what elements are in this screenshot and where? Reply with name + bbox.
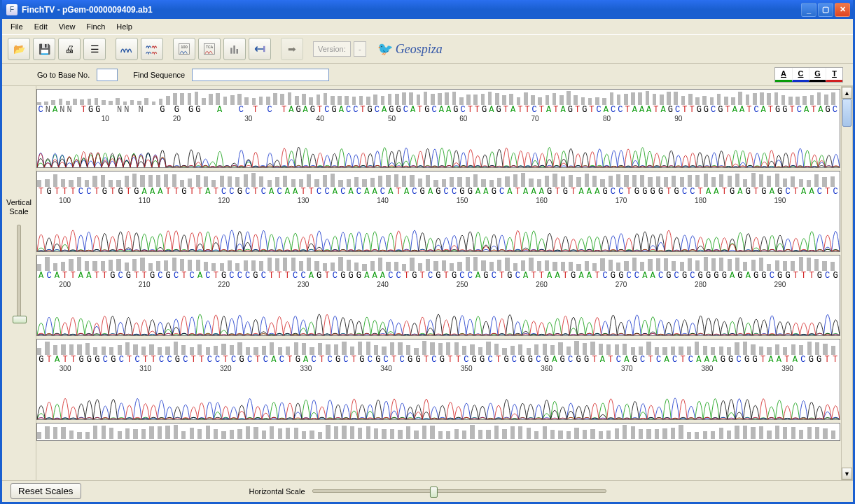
wave-multi-icon	[145, 42, 159, 56]
trace-plot	[37, 374, 840, 419]
floppy-disk-icon: 💾	[39, 43, 50, 55]
chromatogram-viewport[interactable]: CNANN TGG NN N G G GG A C T C TAGAGTCGAC…	[36, 89, 840, 480]
scaled-icon: 100	[177, 42, 191, 56]
quality-bars	[37, 424, 840, 439]
menu-finch[interactable]: Finch	[81, 21, 111, 32]
window-title: FinchTV - pGem-0000009409.ab1	[22, 5, 153, 15]
chromatogram-lane[interactable]: TGTTTCCTGTGTGAAATTGTTATCCGCTCACAATTCCACA…	[36, 171, 840, 252]
svg-rect-6	[237, 49, 239, 54]
chromatogram-lane[interactable]	[36, 423, 840, 441]
menu-help[interactable]: Help	[111, 21, 138, 32]
title-bar: F FinchTV - pGem-0000009409.ab1 _ ▢ ✕	[2, 0, 853, 19]
open-button[interactable]: 📂	[8, 38, 30, 60]
raw-view-button[interactable]: TCA	[198, 38, 221, 60]
save-button[interactable]: 💾	[33, 38, 55, 60]
app-icon: F	[6, 4, 18, 15]
sequence-text: ACATTAATTGCGTTGCGCTCACTGCCCGCTTTCCAGTCGG…	[37, 271, 840, 281]
version-selector: Version: -	[313, 41, 366, 57]
sequence-text: TGTTTCCTGTGTGAAATTGTTATCCGCTCACAATTCCACA…	[37, 187, 840, 197]
chromatogram-lane[interactable]: ACATTAATTGCGTTGCGCTCACTGCCCGCTTTCCAGTCGG…	[36, 255, 840, 336]
quality-toggle-button[interactable]	[223, 38, 246, 60]
properties-button[interactable]: ☰	[83, 38, 106, 60]
arrow-right-icon: ➡	[288, 43, 296, 55]
menu-file[interactable]: File	[5, 21, 29, 32]
folder-open-icon: 📂	[13, 43, 25, 55]
horizontal-scale-thumb[interactable]	[430, 486, 438, 498]
legend-a[interactable]: A	[775, 68, 792, 82]
chromatogram-lane[interactable]: GTATTGGGCGCTCTTCCGCTTCCTCGCTCACTGACTCGCT…	[36, 339, 840, 420]
svg-rect-7	[263, 46, 265, 52]
reset-scales-button[interactable]: Reset Scales	[11, 483, 81, 499]
control-bar: Go to Base No. Find Sequence A C G T	[2, 64, 853, 86]
quality-bars	[37, 340, 840, 355]
bottom-bar: Reset Scales Horizontal Scale	[2, 480, 853, 501]
menu-edit[interactable]: Edit	[29, 21, 53, 32]
find-sequence-label: Find Sequence	[133, 71, 185, 79]
reverse-icon	[253, 42, 267, 56]
goto-base-input[interactable]	[97, 69, 118, 81]
position-numbers: 300310320330340350360370380390	[37, 365, 840, 374]
svg-rect-5	[233, 46, 235, 54]
minimize-button[interactable]: _	[801, 3, 816, 17]
quality-bars	[37, 172, 840, 187]
vertical-scale-thumb[interactable]	[13, 316, 27, 323]
wave-single-icon	[120, 42, 134, 56]
sequence-text: CNANN TGG NN N G G GG A C T C TAGAGTCGAC…	[37, 105, 840, 115]
legend-t[interactable]: T	[826, 68, 842, 82]
legend-c[interactable]: C	[792, 68, 809, 82]
main-area: Vertical Scale CNANN TGG NN N G G GG A C…	[2, 86, 853, 480]
version-dropdown[interactable]: -	[354, 41, 366, 57]
printer-icon: 🖨	[64, 43, 74, 55]
scroll-up-button[interactable]: ▲	[842, 87, 852, 99]
trace-plot	[37, 206, 840, 251]
trace-plot	[37, 125, 840, 167]
scrollbar-thumb[interactable]	[842, 99, 851, 127]
horizontal-scale-slider[interactable]	[312, 489, 606, 493]
base-color-legend: A C G T	[774, 67, 843, 83]
bird-icon: 🐦	[377, 41, 393, 57]
list-icon: ☰	[90, 43, 99, 55]
maximize-button[interactable]: ▢	[818, 3, 833, 17]
horizontal-scale-label: Horizontal Scale	[249, 487, 305, 496]
raw-icon: TCA	[202, 42, 216, 56]
blast-button: ➡	[281, 38, 303, 60]
brand-logo: 🐦 Geospiza	[377, 41, 443, 57]
vertical-scale-slider[interactable]	[17, 225, 21, 320]
toolbar: 📂 💾 🖨 ☰ 100 TCA ➡ Version: - 🐦 Geospiza	[2, 34, 853, 64]
position-numbers: 200210220230240250260270280290	[37, 281, 840, 290]
trace-plot	[37, 290, 840, 335]
position-numbers: 100110120130140150160170180190	[37, 197, 840, 206]
processed-view-button[interactable]: 100	[173, 38, 195, 60]
vertical-scale-label: Vertical Scale	[6, 198, 32, 216]
bars-icon	[228, 42, 242, 56]
quality-bars	[37, 255, 840, 271]
print-button[interactable]: 🖨	[58, 38, 81, 60]
reverse-complement-button[interactable]	[249, 38, 271, 60]
scroll-down-button[interactable]: ▼	[842, 468, 852, 479]
position-numbers: 102030405060708090	[37, 115, 840, 125]
version-label: Version:	[313, 41, 351, 57]
wrapped-view-button[interactable]	[141, 38, 163, 60]
quality-bars	[37, 90, 840, 105]
single-pane-button[interactable]	[116, 38, 138, 60]
svg-text:TCA: TCA	[206, 45, 214, 49]
chromatogram-lane[interactable]: CNANN TGG NN N G G GG A C T C TAGAGTCGAC…	[36, 89, 840, 168]
sequence-text: GTATTGGGCGCTCTTCCGCTTCCTCGCTCACTGACTCGCT…	[37, 355, 840, 365]
menu-bar: File Edit View Finch Help	[2, 19, 853, 34]
find-sequence-input[interactable]	[192, 69, 329, 81]
goto-base-label: Go to Base No.	[37, 71, 90, 79]
menu-view[interactable]: View	[53, 21, 81, 32]
svg-rect-4	[230, 48, 232, 53]
vertical-scale-panel: Vertical Scale	[2, 86, 36, 480]
legend-g[interactable]: G	[809, 68, 826, 82]
vertical-scrollbar[interactable]: ▲ ▼	[841, 86, 853, 480]
svg-text:100: 100	[181, 45, 188, 49]
close-button[interactable]: ✕	[835, 3, 850, 17]
